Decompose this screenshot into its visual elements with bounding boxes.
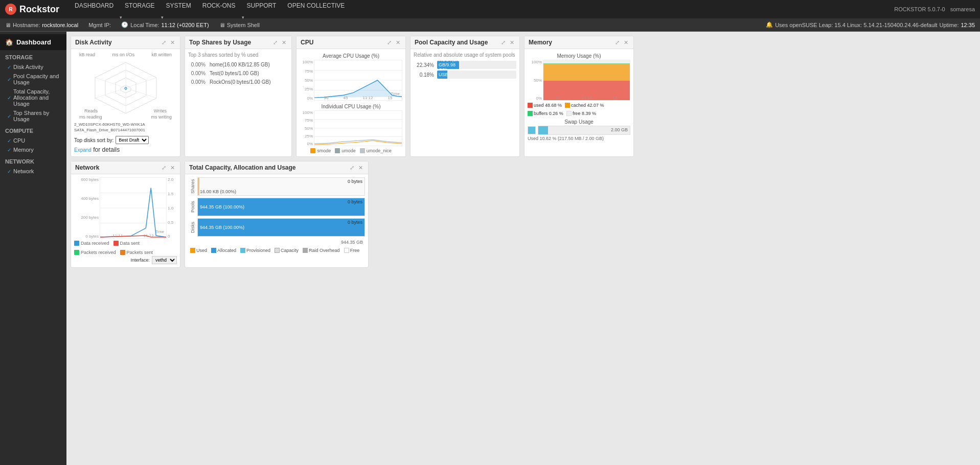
data-recv-dot <box>74 241 79 246</box>
memory-chart-title: Memory Usage (%) <box>528 53 630 59</box>
expand-widget-btn[interactable]: ⤢ <box>614 39 621 46</box>
check-icon: ✓ <box>7 113 11 119</box>
sidebar-item-network[interactable]: ✓ Network <box>0 167 66 176</box>
widget-total-capacity: Total Capacity, Allocation and Usage ⤢ ✕… <box>185 161 369 268</box>
sidebar-item-disk-activity[interactable]: ✓ Disk Activity <box>0 62 66 72</box>
expand-widget-btn[interactable]: ⤢ <box>161 165 167 171</box>
pool-name-1: USB(1.84 GB/929.86 GB) <box>439 72 447 77</box>
expand-widget-btn[interactable]: ⤢ <box>386 39 393 46</box>
sidebar-item-top-shares[interactable]: ✓ Top Shares by Usage <box>0 108 66 124</box>
cpu-title: CPU <box>301 39 313 46</box>
share-row: 0.00% RockOns(0 bytes/1.00 GB) <box>189 78 287 86</box>
sort-select[interactable]: Best Draft <box>116 136 149 144</box>
expand-widget-btn[interactable]: ⤢ <box>272 39 279 46</box>
svg-marker-7 <box>125 87 127 90</box>
expand-suffix: for details <box>92 146 120 153</box>
disks-top-value: 0 bytes <box>348 220 362 225</box>
shares-table: 0.00% home(16.00 KB/12.85 GB) 0.00% Test… <box>188 60 288 87</box>
close-widget-btn[interactable]: ✕ <box>509 39 515 46</box>
share-pct-1: 0.00% <box>189 69 207 77</box>
allocated-legend-dot <box>211 248 216 253</box>
widget-header-memory: Memory ⤢ ✕ <box>525 36 633 49</box>
pools-top-value: 0 bytes <box>348 199 362 204</box>
system-shell[interactable]: 🖥 System Shell <box>219 22 260 28</box>
share-name-2: RockOns(0 bytes/1.00 GB) <box>208 78 287 86</box>
shares-axis-label: Shares <box>188 177 197 196</box>
shares-subtitle: Top 3 shares sorted by % used <box>188 52 288 58</box>
network-title: Network <box>75 164 99 171</box>
cap-legend-used: Used <box>190 248 207 253</box>
close-widget-btn[interactable]: ✕ <box>169 165 176 171</box>
widget-disk-activity: Disk Activity ⤢ ✕ kB read ms on I/Os kB … <box>71 36 180 157</box>
used-legend-dot <box>190 248 195 253</box>
share-pct-0: 0.00% <box>189 61 207 68</box>
expand-widget-btn[interactable]: ⤢ <box>161 39 167 46</box>
svg-marker-16 <box>543 64 630 81</box>
sidebar-item-memory[interactable]: ✓ Memory <box>0 145 66 154</box>
widget-header-disk: Disk Activity ⤢ ✕ <box>71 36 180 49</box>
swap-indicator <box>528 126 536 134</box>
nav-rockons[interactable]: ROCK-ONS <box>197 0 241 20</box>
close-widget-btn[interactable]: ✕ <box>357 165 364 171</box>
nav-storage[interactable]: STORAGE ▾ <box>120 0 159 20</box>
widget-pool-capacity: Pool Capacity and Usage ⤢ ✕ Relative and… <box>410 36 520 157</box>
interface-label: Interface: <box>130 258 150 263</box>
legend-data-sent: Data sent <box>113 241 140 246</box>
widget-header-shares: Top Shares by Usage ⤢ ✕ <box>185 36 291 49</box>
cached-dot <box>565 103 570 108</box>
legend-pkt-recv: Packets received <box>74 250 116 255</box>
reads-label: Reads <box>84 108 98 113</box>
memory-body: Memory Usage (%) 100% 50% 0% <box>525 49 633 144</box>
total-size-label: 944.35 GB <box>188 239 365 246</box>
network-legend: Data received Data sent Packets received <box>74 241 177 255</box>
check-icon: ✓ <box>7 169 11 174</box>
cap-legend-provisioned: Provisioned <box>240 248 270 253</box>
widget-controls: ⤢ ✕ <box>349 165 364 171</box>
brand-name: Rockstor <box>19 4 59 15</box>
expand-widget-btn[interactable]: ⤢ <box>349 165 355 171</box>
close-widget-btn[interactable]: ✕ <box>395 39 401 46</box>
cap-legend-allocated: Allocated <box>211 248 236 253</box>
close-widget-btn[interactable]: ✕ <box>623 39 629 46</box>
cap-legend-free: Free <box>344 248 360 253</box>
check-icon: ✓ <box>7 64 11 70</box>
main-layout: 🏠 Dashboard Storage ✓ Disk Activity ✓ Po… <box>0 32 980 465</box>
nav-dashboard[interactable]: DASHBOARD <box>70 0 119 20</box>
swap-bar: 2.00 GB <box>538 126 630 135</box>
pools-bottom-value: 944.35 GB (100.00%) <box>200 204 244 210</box>
disk-activity-body: kB read ms on I/Os kB written <box>71 49 180 156</box>
swap-title: Swap Usage <box>528 119 630 125</box>
memory-title: Memory <box>529 39 552 46</box>
pool-bar-1: USB(1.84 GB/929.86 GB) <box>437 71 516 79</box>
writes-label: Writes <box>154 108 167 113</box>
expand-widget-btn[interactable]: ⤢ <box>500 39 507 46</box>
buffers-dot <box>528 111 533 116</box>
sidebar-title: 🏠 Dashboard <box>0 34 66 50</box>
nav-menu: DASHBOARD STORAGE ▾ SYSTEM ▾ ROCK-ONS SU… <box>70 0 350 20</box>
brand[interactable]: R Rockstor <box>5 4 59 15</box>
interface-select[interactable]: vethd eth0 lo <box>152 256 177 264</box>
legend-data-recv: Data received <box>74 241 109 246</box>
user-label: somaresa <box>950 6 975 12</box>
umode-dot <box>335 148 340 153</box>
close-widget-btn[interactable]: ✕ <box>281 39 287 46</box>
sidebar-item-total-capacity[interactable]: ✓ Total Capacity, Allocation and Usage <box>0 87 66 108</box>
nav-system[interactable]: SYSTEM ▾ <box>161 0 196 20</box>
nav-support[interactable]: SUPPORT ▾ <box>242 0 282 20</box>
nav-collective[interactable]: OPEN COLLECTIVE <box>282 0 350 20</box>
avg-cpu-title: Average CPU Usage (%) <box>300 53 402 59</box>
cpu-legend: smode umode umode_nice <box>300 148 402 153</box>
sidebar-item-pool-capacity[interactable]: ✓ Pool Capacity and Usage <box>0 72 66 87</box>
memory-chart <box>543 60 630 100</box>
ind-cpu-title: Individual CPU Usage (%) <box>300 104 402 109</box>
check-icon: ✓ <box>7 147 11 153</box>
pool-row-0: 22.34% ROOT(2.87 GB/9.98 GB) <box>414 61 516 69</box>
close-widget-btn[interactable]: ✕ <box>169 39 176 46</box>
expand-link[interactable]: Expand <box>74 147 92 153</box>
sidebar-item-cpu[interactable]: ✓ CPU <box>0 136 66 145</box>
avg-cpu-chart <box>314 60 402 100</box>
share-row: 0.00% Test(0 bytes/1.00 GB) <box>189 69 287 77</box>
pkt-sent-dot <box>120 250 125 255</box>
kb-read-label: kB read <box>79 52 95 57</box>
shares-bottom-value: 16.00 KB (0.00%) <box>200 189 236 194</box>
